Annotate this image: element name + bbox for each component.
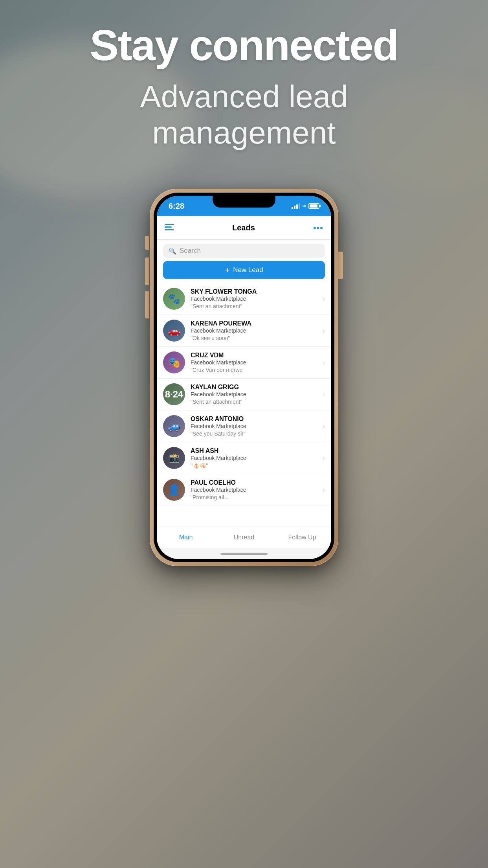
search-placeholder: Search <box>180 247 201 255</box>
tab-followup[interactable]: Follow Up <box>273 526 331 548</box>
chevron-right-icon: › <box>323 359 325 367</box>
lead-name: CRUZ VDM <box>191 351 319 359</box>
avatar: 8·24 <box>163 383 185 405</box>
svg-rect-1 <box>165 226 172 228</box>
battery-icon <box>308 203 319 209</box>
lead-info: ASH ASH Facebook Marketplace "👍🏻👊🏻" <box>191 447 319 469</box>
lead-source: Facebook Marketplace <box>191 327 319 334</box>
lead-name: SKY FLOWER TONGA <box>191 288 319 295</box>
lead-name: PAUL COELHO <box>191 479 319 486</box>
avatar: 📸 <box>163 447 185 469</box>
nav-bar: Leads ••• <box>157 216 331 240</box>
home-bar <box>220 553 268 555</box>
lead-source: Facebook Marketplace <box>191 486 319 493</box>
volume-down-button <box>145 291 149 318</box>
lead-source: Facebook Marketplace <box>191 295 319 302</box>
svg-rect-2 <box>165 229 174 230</box>
wifi-icon: ≈ <box>303 202 306 210</box>
lead-preview: "👍🏻👊🏻" <box>191 462 319 469</box>
chevron-right-icon: › <box>323 422 325 430</box>
tab-followup-label: Follow Up <box>288 534 316 541</box>
headline-section: Stay connected Advanced lead management <box>0 24 488 151</box>
phone-inner: 6:28 ≈ <box>154 193 334 562</box>
lead-source: Facebook Marketplace <box>191 454 319 462</box>
search-bar: 🔍 Search <box>157 240 331 261</box>
svg-rect-0 <box>165 224 174 225</box>
lead-info: PAUL COELHO Facebook Marketplace "Promis… <box>191 479 319 501</box>
status-icons: ≈ <box>292 202 319 210</box>
volume-up-button <box>145 257 149 285</box>
lead-info: KARENA POUREWA Facebook Marketplace "Ok … <box>191 320 319 342</box>
sub-headline: Advanced lead management <box>24 79 464 151</box>
lead-name: OSKAR ANTONIO <box>191 415 319 423</box>
lead-preview: "Ok see u soon" <box>191 335 319 342</box>
list-item[interactable]: 🐾 SKY FLOWER TONGA Facebook Marketplace … <box>157 283 331 315</box>
status-time: 6:28 <box>169 202 184 211</box>
bottom-tabs: Main Unread Follow Up <box>157 526 331 548</box>
chevron-right-icon: › <box>323 295 325 303</box>
list-item[interactable]: 👤 PAUL COELHO Facebook Marketplace "Prom… <box>157 474 331 506</box>
lead-preview: "Promising all... <box>191 494 319 501</box>
lead-name: KARENA POUREWA <box>191 320 319 327</box>
list-item[interactable]: 📸 ASH ASH Facebook Marketplace "👍🏻👊🏻" › <box>157 442 331 474</box>
notch <box>213 196 275 208</box>
lead-info: KAYLAN GRIGG Facebook Marketplace "Sent … <box>191 383 319 405</box>
lead-info: CRUZ VDM Facebook Marketplace "Cruz Van … <box>191 351 319 373</box>
new-lead-label: New Lead <box>233 266 263 274</box>
chevron-right-icon: › <box>323 327 325 335</box>
lead-source: Facebook Marketplace <box>191 359 319 366</box>
home-indicator <box>157 548 331 559</box>
avatar: 👤 <box>163 479 185 501</box>
lead-preview: "Sent an attachment" <box>191 398 319 405</box>
list-item[interactable]: 🚙 OSKAR ANTONIO Facebook Marketplace "Se… <box>157 410 331 442</box>
chevron-right-icon: › <box>323 454 325 462</box>
chevron-right-icon: › <box>323 486 325 494</box>
lead-name: KAYLAN GRIGG <box>191 383 319 391</box>
menu-icon[interactable] <box>165 223 174 233</box>
lead-name: ASH ASH <box>191 447 319 454</box>
search-icon: 🔍 <box>169 247 176 255</box>
lead-info: OSKAR ANTONIO Facebook Marketplace "See … <box>191 415 319 437</box>
lead-preview: "See you Saturday sir" <box>191 430 319 437</box>
chevron-right-icon: › <box>323 390 325 399</box>
mute-button <box>145 236 149 250</box>
new-lead-button[interactable]: + New Lead <box>163 261 325 279</box>
lead-info: SKY FLOWER TONGA Facebook Marketplace "S… <box>191 288 319 310</box>
search-input-wrap[interactable]: 🔍 Search <box>163 244 325 258</box>
lead-source: Facebook Marketplace <box>191 391 319 398</box>
avatar: 🚙 <box>163 415 185 437</box>
list-item[interactable]: 🚗 KARENA POUREWA Facebook Marketplace "O… <box>157 315 331 347</box>
lead-preview: "Cruz Van der merwe <box>191 366 319 373</box>
phone-screen: 6:28 ≈ <box>157 196 331 559</box>
tab-unread[interactable]: Unread <box>215 526 273 548</box>
leads-list: 🐾 SKY FLOWER TONGA Facebook Marketplace … <box>157 283 331 526</box>
nav-title: Leads <box>232 223 255 232</box>
avatar: 🚗 <box>163 320 185 342</box>
lead-preview: "Sent an attachment" <box>191 303 319 310</box>
tab-main-label: Main <box>179 534 193 541</box>
power-button <box>338 252 343 279</box>
new-lead-plus-icon: + <box>225 265 230 275</box>
main-headline: Stay connected <box>24 24 464 67</box>
phone-frame: 6:28 ≈ <box>150 189 338 566</box>
more-options-icon[interactable]: ••• <box>313 223 323 233</box>
list-item[interactable]: 🎭 CRUZ VDM Facebook Marketplace "Cruz Va… <box>157 347 331 379</box>
avatar: 🎭 <box>163 351 185 373</box>
lead-source: Facebook Marketplace <box>191 423 319 430</box>
avatar: 🐾 <box>163 288 185 310</box>
phone-outer: 6:28 ≈ <box>150 189 338 566</box>
tab-unread-label: Unread <box>234 534 254 541</box>
list-item[interactable]: 8·24 KAYLAN GRIGG Facebook Marketplace "… <box>157 379 331 410</box>
tab-main[interactable]: Main <box>157 526 215 548</box>
signal-icon <box>292 203 300 209</box>
